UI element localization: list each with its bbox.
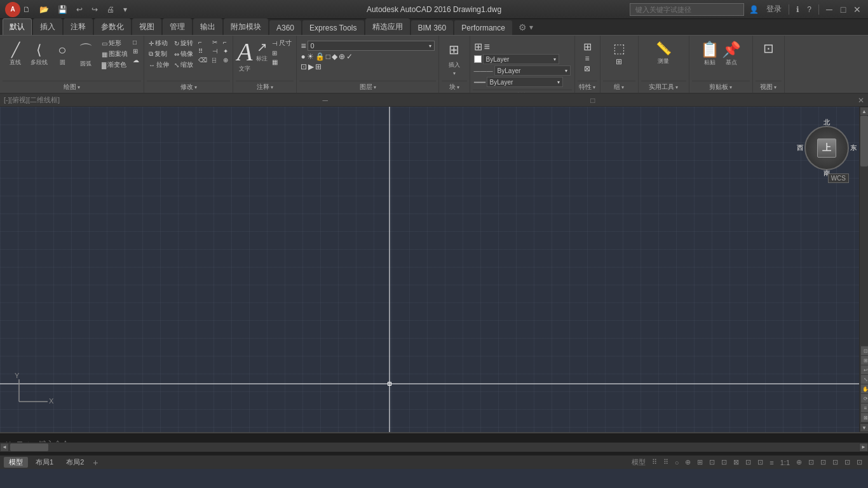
status-osnap[interactable]: ⊞ [695,458,705,467]
insert-icon[interactable]: ⊞ [444,39,465,60]
viewport-minimize-btn[interactable]: ─ [322,96,328,105]
proplist-icon[interactable]: ≡ [585,54,590,63]
bound-tool[interactable]: ⊞ [131,47,141,55]
view3d-btn[interactable]: ⊠ [861,413,868,422]
block-expand-icon[interactable]: ▾ [457,85,459,90]
layer-dropdown[interactable]: 0 ▾ [308,41,435,51]
qa-plot[interactable]: 🖨 [104,4,117,15]
tab-featured[interactable]: 精选应用 [365,18,410,35]
tab-layout1[interactable]: 布局1 [31,457,58,468]
tab-addon[interactable]: 附加模块 [224,18,268,35]
copy-tool[interactable]: ⧉复制 [147,49,171,59]
trim-tool[interactable]: ✂ [210,38,220,46]
measure-icon[interactable]: 📏 [656,41,672,56]
utilities-expand-icon[interactable]: ▾ [675,85,678,90]
chamfer-tool[interactable]: ⌐ [221,38,230,46]
view-icon[interactable]: ⊡ [763,41,774,56]
explode-tool[interactable]: ✦ [221,47,230,55]
base-btn[interactable]: 📌 基点 [722,41,741,67]
tab-insert[interactable]: 插入 [33,18,62,35]
insert-arrow[interactable]: ▾ [453,71,456,76]
qa-more[interactable]: ▾ [121,4,130,15]
rect-tool[interactable]: ▭矩形 [100,38,130,48]
help-icon[interactable]: ? [804,4,814,15]
status-dynmode[interactable]: ⊡ [743,458,753,467]
scroll-track[interactable] [860,116,868,345]
erase-tool[interactable]: ⌫ [196,56,209,64]
scale-tool[interactable]: ⤡缩放 [172,60,195,70]
annotation-expand-icon[interactable]: ▾ [271,85,273,90]
minimize-button[interactable]: ─ [824,4,835,15]
status-dynucs[interactable]: ⊠ [731,458,741,467]
arc-tool[interactable]: ⌒ 圆弧 [74,39,97,69]
tab-parametric[interactable]: 参数化 [94,18,131,35]
zoom-extents-btn[interactable]: ⊡ [861,346,868,355]
draw-expand-icon[interactable]: ▾ [78,85,80,90]
tab-bim360[interactable]: BIM 360 [411,20,454,35]
match-expand-icon[interactable]: ▾ [593,85,595,90]
paste-btn[interactable]: 📋 粘贴 [700,41,719,67]
compass-circle[interactable]: 北 南 东 西 上 [804,126,849,170]
close-button[interactable]: ✕ [851,4,863,15]
zoom-prev-btn[interactable]: ↩ [861,365,868,374]
scroll-right-btn[interactable]: ► [859,443,868,452]
status-scale[interactable]: 1:1 [778,458,792,467]
status-ws[interactable]: ⊡ [806,458,816,467]
rotate-tool[interactable]: ↻旋转 [172,38,195,48]
scroll-thumb[interactable] [860,116,868,166]
status-polar[interactable]: ⊕ [683,458,693,467]
status-model[interactable]: 模型 [630,457,648,468]
layer-expand-icon[interactable]: ▾ [374,85,376,90]
add-layout-btn[interactable]: + [92,458,99,468]
extend-tool[interactable]: ⊣ [210,47,220,55]
scroll-left-btn[interactable]: ◄ [0,443,9,452]
tab-annotation[interactable]: 注释 [64,18,93,35]
groups-expand-icon[interactable]: ▾ [621,85,624,90]
clipboard-expand-icon[interactable]: ▾ [729,85,732,90]
qa-open[interactable]: 📂 [37,4,51,15]
gradient-tool[interactable]: ▓渐变色 [100,60,130,70]
circle-tool[interactable]: ○ 圆 [51,41,74,68]
layer-icon5[interactable]: ◆ [332,52,337,61]
tab-view[interactable]: 视图 [132,18,161,35]
user-icon[interactable]: 👤 [747,4,761,15]
viewport-close-btn[interactable]: ✕ [858,96,864,105]
tab-performance[interactable]: Performance [454,20,512,35]
layer-icon8[interactable]: ⊡ [301,62,307,71]
list-icon[interactable]: ≡ [484,41,490,53]
status-tp[interactable]: ≡ [768,458,775,467]
status-lock[interactable]: ⊡ [818,458,828,467]
orbit-btn[interactable]: ⟳ [861,394,868,403]
status-ortho[interactable]: ○ [673,458,681,467]
table-tool[interactable]: ⊞ [270,49,294,57]
wcs-label[interactable]: WCS [828,173,849,183]
ribbon-collapse-icon[interactable]: ▾ [529,23,533,32]
qa-undo[interactable]: ↩ [74,4,85,15]
scroll-down-btn[interactable]: ▼ [860,423,868,432]
info-icon[interactable]: ℹ [794,4,802,15]
mirror-tool[interactable]: ⇔镜像 [172,49,195,59]
status-3dosnap[interactable]: ⊡ [707,458,717,467]
qa-new[interactable]: 🗋 [20,4,33,15]
scroll-up-btn[interactable]: ▲ [860,107,868,116]
polyline-tool[interactable]: ⟨ 多段线 [27,41,50,68]
layer-icon7[interactable]: ✓ [346,52,353,61]
showmotion-btn[interactable]: ≡ [861,403,868,412]
status-lw[interactable]: ⊡ [756,458,765,467]
view-expand-icon[interactable]: ▾ [774,85,776,90]
fillet-tool[interactable]: ⌐ [196,38,209,46]
matchprop-icon[interactable]: ⊞ [583,41,592,53]
tab-manage[interactable]: 管理 [163,18,192,35]
h-scroll-thumb[interactable] [10,444,48,451]
qa-redo[interactable]: ↪ [89,4,100,15]
group-icon[interactable]: ⬚ [613,41,625,56]
zoom-window-btn[interactable]: ⊞ [861,356,868,365]
join-tool[interactable]: ⊕ [221,56,230,64]
array-tool[interactable]: ⠿ [196,47,209,55]
cloud-tool[interactable]: ☁ [131,56,141,64]
move-tool[interactable]: ✛移动 [147,38,171,48]
stretch-tool[interactable]: ↔拉伸 [147,60,171,70]
break-tool[interactable]: ⌸ [210,56,220,64]
tab-output[interactable]: 输出 [193,18,222,35]
layer-icon4[interactable]: □ [326,52,330,61]
